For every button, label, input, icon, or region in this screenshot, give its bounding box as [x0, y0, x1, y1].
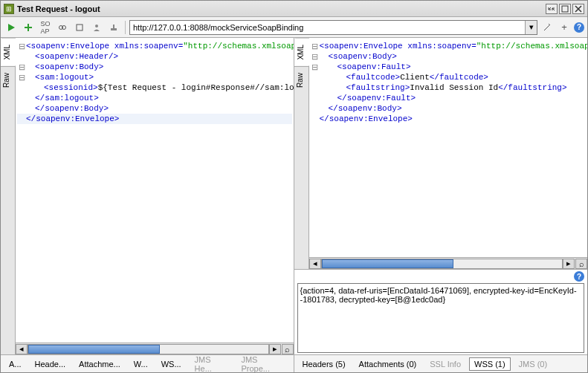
help-icon[interactable]: ? [574, 271, 584, 282]
response-hscroll[interactable]: ◂ ▸ ⌕ [309, 257, 588, 269]
response-vtabs: XML Raw [294, 38, 309, 269]
link-icon[interactable] [55, 20, 70, 35]
fold-icon[interactable]: ⊟ [17, 41, 26, 51]
vtab-raw-request[interactable]: Raw [1, 66, 15, 94]
close-window-icon[interactable] [572, 4, 584, 14]
tab-wss[interactable]: WSS (1) [469, 357, 511, 371]
user-icon[interactable] [89, 20, 104, 35]
tab-headers-right[interactable]: Headers (5) [297, 357, 351, 371]
url-input[interactable] [130, 21, 525, 34]
svg-rect-6 [113, 25, 114, 28]
fold-icon[interactable]: ⊟ [311, 51, 320, 62]
request-vtabs: XML Raw [1, 38, 16, 354]
scroll-thumb[interactable] [28, 345, 160, 354]
wand-icon[interactable] [540, 20, 555, 35]
response-tabs-row: Headers (5) Attachments (0) SSL Info WSS… [294, 354, 588, 372]
request-panel: XML Raw ⊟<soapenv:Envelope xmlns:soapenv… [1, 38, 294, 372]
svg-rect-5 [111, 28, 117, 30]
fold-icon[interactable]: ⊟ [311, 41, 320, 51]
scroll-track[interactable] [28, 344, 269, 354]
tab-headers-left[interactable]: Heade... [30, 357, 71, 371]
toolbar-separator [125, 21, 126, 34]
scroll-track[interactable] [321, 259, 563, 269]
magnify-icon[interactable]: ⌕ [575, 259, 587, 269]
wss-log: {action=4, data-ref-uris=[EncDataId-1647… [297, 283, 585, 353]
soap-icon[interactable]: SOAP [38, 20, 53, 35]
request-editor[interactable]: ⊟<soapenv:Envelope xmlns:soapenv="http:/… [16, 38, 294, 343]
run-button[interactable] [4, 20, 19, 35]
flag-icon[interactable] [106, 20, 121, 35]
tab-attachments-right[interactable]: Attachments (0) [354, 357, 422, 371]
crop-icon[interactable] [72, 20, 87, 35]
url-dropdown-icon[interactable]: ▾ [525, 21, 537, 34]
vtab-xml-request[interactable]: XML [1, 38, 16, 66]
request-tabs-row: A... Heade... Attachme... W... WS... JMS… [1, 354, 294, 372]
window-title: Test Request - logout [17, 4, 546, 13]
fold-icon[interactable]: ⊟ [311, 62, 320, 72]
main-area: XML Raw ⊟<soapenv:Envelope xmlns:soapenv… [1, 38, 587, 372]
main-toolbar: SOAP ▾ + ? [1, 17, 587, 38]
url-field[interactable]: ▾ [129, 20, 537, 35]
add-button[interactable] [21, 20, 36, 35]
scroll-left-icon[interactable]: ◂ [309, 259, 321, 269]
app-icon: ⊞ [4, 4, 14, 14]
tab-jms-properties[interactable]: JMS Prope... [236, 353, 290, 373]
minimize-window-icon[interactable] [546, 4, 558, 14]
response-editor[interactable]: ⊟<soapenv:Envelope xmlns:soapenv="http:/… [309, 38, 588, 257]
plus-small-icon[interactable]: + [557, 20, 572, 35]
request-hscroll[interactable]: ◂ ▸ ⌕ [16, 343, 294, 354]
tab-auth[interactable]: A... [4, 357, 27, 371]
svg-rect-3 [77, 25, 83, 30]
fold-icon[interactable]: ⊟ [17, 62, 26, 72]
scroll-left-icon[interactable]: ◂ [16, 344, 28, 354]
tab-attachments-left[interactable]: Attachme... [74, 357, 126, 371]
svg-rect-0 [562, 6, 568, 12]
tab-w[interactable]: W... [129, 357, 153, 371]
svg-point-4 [95, 25, 98, 27]
vtab-raw-response[interactable]: Raw [294, 66, 308, 94]
app-window: ⊞ Test Request - logout SOAP ▾ + ? XML [0, 0, 588, 373]
tab-ssl-info[interactable]: SSL Info [424, 357, 466, 371]
vtab-xml-response[interactable]: XML [294, 38, 309, 66]
response-panel: XML Raw ⊟<soapenv:Envelope xmlns:soapenv… [294, 38, 588, 372]
fold-icon[interactable]: ⊟ [17, 72, 26, 82]
titlebar: ⊞ Test Request - logout [1, 1, 587, 17]
tab-jms-headers[interactable]: JMS He... [190, 353, 233, 373]
tab-jms[interactable]: JMS (0) [514, 357, 553, 371]
help-icon[interactable]: ? [574, 22, 584, 33]
scroll-right-icon[interactable]: ▸ [563, 259, 575, 269]
maximize-window-icon[interactable] [559, 4, 571, 14]
tab-ws[interactable]: WS... [156, 357, 187, 371]
scroll-thumb[interactable] [322, 259, 454, 268]
